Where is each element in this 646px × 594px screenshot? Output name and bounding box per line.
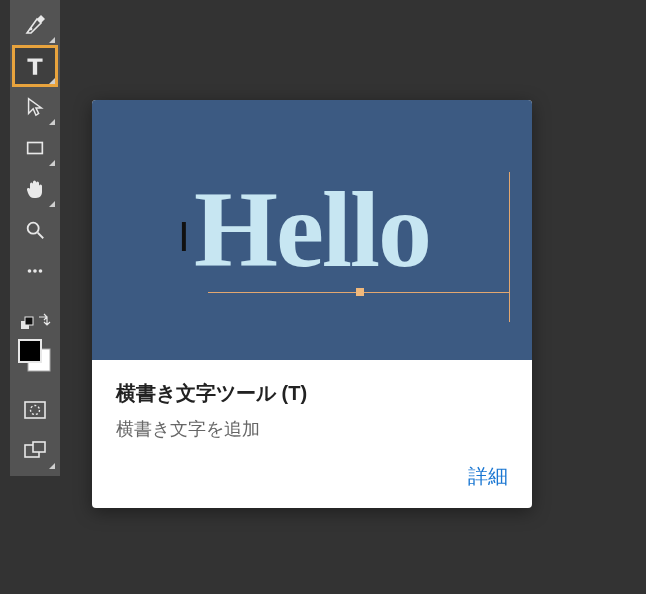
type-tool[interactable] xyxy=(13,46,57,86)
pen-tool[interactable] xyxy=(13,5,57,45)
submenu-indicator-icon xyxy=(49,37,55,43)
tools-panel xyxy=(10,0,60,476)
quick-mask-icon xyxy=(23,400,47,420)
svg-point-0 xyxy=(30,28,33,31)
svg-rect-11 xyxy=(25,402,45,418)
svg-point-2 xyxy=(28,223,39,234)
tool-tooltip: Hello Ⅰ 横書き文字ツール (T) 横書き文字を追加 詳細 xyxy=(92,100,532,508)
hand-icon xyxy=(23,177,47,201)
svg-rect-14 xyxy=(33,442,45,452)
foreground-background-colors[interactable] xyxy=(13,334,57,378)
svg-point-6 xyxy=(39,269,43,273)
text-caret-guide xyxy=(509,172,510,322)
learn-more-link[interactable]: 詳細 xyxy=(468,465,508,487)
tooltip-title: 横書き文字ツール (T) xyxy=(116,380,508,407)
submenu-indicator-icon xyxy=(49,78,55,84)
tooltip-description: 横書き文字を追加 xyxy=(116,417,508,441)
svg-line-3 xyxy=(38,233,44,239)
svg-rect-10 xyxy=(19,340,41,362)
foreground-background-icon xyxy=(16,337,54,375)
zoom-tool[interactable] xyxy=(13,210,57,250)
dots-icon xyxy=(24,260,46,282)
text-handle xyxy=(356,288,364,296)
quick-mask-toggle[interactable] xyxy=(13,390,57,430)
swap-colors[interactable] xyxy=(13,311,57,333)
submenu-indicator-icon xyxy=(49,119,55,125)
tooltip-body: 横書き文字ツール (T) 横書き文字を追加 xyxy=(92,360,532,457)
rectangle-icon xyxy=(24,137,46,159)
submenu-indicator-icon xyxy=(49,463,55,469)
svg-rect-8 xyxy=(25,317,33,325)
swap-colors-icon xyxy=(19,313,51,331)
edit-toolbar-button[interactable] xyxy=(13,251,57,291)
screen-mode-icon xyxy=(23,441,47,461)
rectangle-tool[interactable] xyxy=(13,128,57,168)
svg-rect-1 xyxy=(28,143,43,154)
path-selection-tool[interactable] xyxy=(13,87,57,127)
magnifier-icon xyxy=(24,219,46,241)
preview-text: Hello xyxy=(194,176,430,284)
svg-point-4 xyxy=(28,269,32,273)
svg-point-5 xyxy=(33,269,37,273)
pen-icon xyxy=(23,13,47,37)
svg-point-12 xyxy=(31,406,40,415)
screen-mode[interactable] xyxy=(13,431,57,471)
arrow-icon xyxy=(24,96,46,118)
type-icon xyxy=(22,53,48,79)
ibeam-cursor-icon: Ⅰ xyxy=(178,214,190,261)
hand-tool[interactable] xyxy=(13,169,57,209)
tooltip-footer: 詳細 xyxy=(92,457,532,508)
submenu-indicator-icon xyxy=(49,160,55,166)
submenu-indicator-icon xyxy=(49,201,55,207)
tooltip-preview: Hello Ⅰ xyxy=(92,100,532,360)
